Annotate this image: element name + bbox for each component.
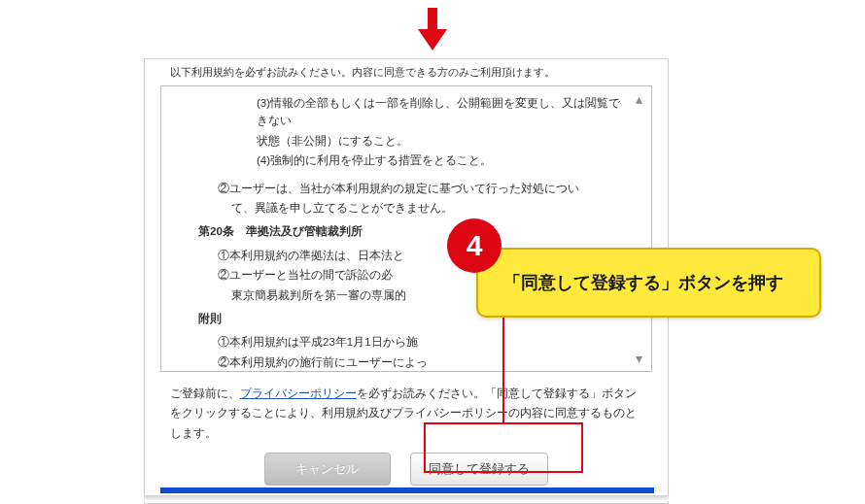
instruction-callout: 4 「同意して登録する」ボタンを押す [476,248,821,318]
terms-scroll-area[interactable]: ▴ ▾ (3)情報の全部もしくは一部を削除し、公開範囲を変更し、又は閲覧できない… [160,85,652,372]
privacy-notice-text: ご登録前に、プライバシーポリシーを必ずお読みください。「同意して登録する」ボタン… [160,372,652,447]
scroll-down-icon[interactable]: ▾ [632,352,645,365]
scroll-up-icon[interactable]: ▴ [632,92,645,106]
terms-intro-text: 以下利用規約を必ずお読みください。内容に同意できる方のみご利用頂けます。 [160,63,652,85]
instruction-arrow-down-icon [416,8,449,54]
terms-line: て、異議を申し立てることができません。 [231,199,622,217]
action-button-row: キャンセル 同意して登録する [160,447,652,491]
privacy-policy-link[interactable]: プライバシーポリシー [240,386,357,400]
panel-accent-bar [160,487,654,493]
notice-pre: ご登録前に、 [170,386,240,400]
terms-line: ①本利用規約は平成23年1月1日から施 [218,333,622,351]
terms-line: 状態（非公開）にすること。 [257,132,622,150]
terms-article-heading: 第20条 準拠法及び管轄裁判所 [198,222,622,240]
terms-line: (4)強制的に利用を停止する措置をとること。 [257,151,622,169]
terms-line: ②ユーザーは、当社が本利用規約の規定に基づいて行った対処につい [218,180,622,197]
terms-line: (3)情報の全部もしくは一部を削除し、公開範囲を変更し、又は閲覧できない [257,94,622,130]
callout-text: 「同意して登録する」ボタンを押す [503,273,783,292]
cancel-button[interactable]: キャンセル [264,453,391,486]
terms-line: ②本利用規約の施行前にユーザーによっ [218,353,622,371]
agree-and-register-button[interactable]: 同意して登録する [410,453,548,486]
terms-content: (3)情報の全部もしくは一部を削除し、公開範囲を変更し、又は閲覧できない 状態（… [249,94,622,372]
step-number-badge: 4 [447,218,502,273]
panel-shadow [144,495,669,501]
